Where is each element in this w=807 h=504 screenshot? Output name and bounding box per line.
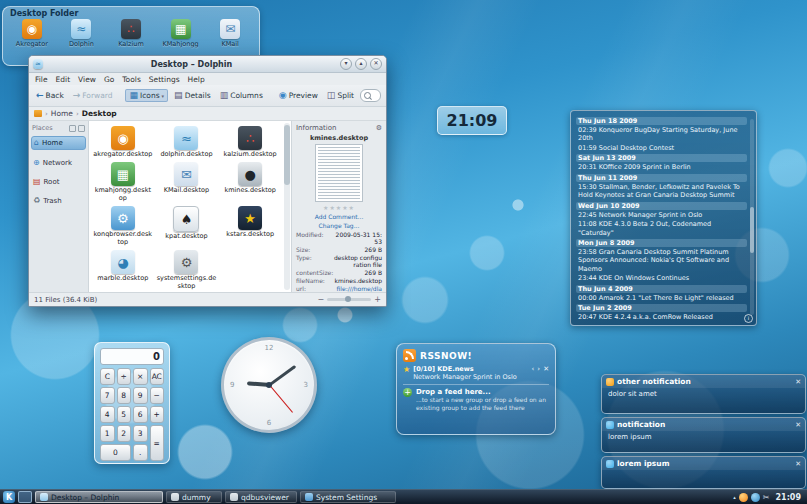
task-button-dummy[interactable]: dummy xyxy=(166,491,222,503)
change-tag-link[interactable]: Change Tag... xyxy=(296,222,382,229)
places-item-home[interactable]: ⌂ Home xyxy=(31,136,86,150)
panel-clock[interactable]: 21:09 xyxy=(776,493,801,502)
panel-button-icon[interactable] xyxy=(78,125,85,132)
menu-help[interactable]: Help xyxy=(188,75,205,84)
details-view-button[interactable]: ▤ Details xyxy=(171,90,214,101)
zoom-slider-thumb[interactable] xyxy=(345,296,351,302)
preview-button[interactable]: ◉ Preview xyxy=(276,90,321,101)
network-tray-icon[interactable] xyxy=(751,493,760,502)
news-item[interactable]: 00:00 Amarok 2.1 "Let There Be Light" re… xyxy=(576,294,747,302)
desktop-icon-kmail[interactable]: ✉ KMail xyxy=(207,19,253,48)
split-button[interactable]: ◫ Split xyxy=(324,90,357,101)
menu-view[interactable]: View xyxy=(78,75,96,84)
calc-key-equals[interactable]: = xyxy=(150,425,165,461)
calc-key-0[interactable]: 0 xyxy=(100,444,131,461)
gear-icon[interactable]: ⚙ xyxy=(376,124,382,132)
calc-key-9[interactable]: 9 xyxy=(133,387,148,404)
file-item[interactable]: ⚙ konqbrowser.desktop xyxy=(91,203,155,246)
file-item[interactable]: ≈ dolphin.desktop xyxy=(155,123,219,158)
menu-tools[interactable]: Tools xyxy=(122,75,140,84)
news-scrollbar[interactable] xyxy=(750,119,754,315)
news-item[interactable]: 01:59 Social Desktop Contest xyxy=(576,144,747,152)
panel-button-icon[interactable] xyxy=(69,125,76,132)
back-button[interactable]: ← Back xyxy=(33,90,67,101)
close-icon[interactable]: ✕ xyxy=(795,378,801,386)
news-item[interactable]: 23:44 KDE On Windows Continues xyxy=(576,274,747,282)
scrollbar-thumb[interactable] xyxy=(284,125,290,185)
close-icon[interactable]: ✕ xyxy=(543,365,549,373)
desktop-icon-kmahjongg[interactable]: ▦ KMahjongg xyxy=(158,19,204,48)
update-notifier-icon[interactable] xyxy=(739,493,748,502)
desktop-icon-akregator[interactable]: ◉ Akregator xyxy=(9,19,55,48)
info-icon[interactable]: i xyxy=(744,314,753,323)
next-icon[interactable]: › xyxy=(537,365,540,373)
file-item[interactable]: ♠ kpat.desktop xyxy=(155,203,219,246)
find-icon[interactable] xyxy=(386,89,387,102)
calc-key-divide[interactable]: ÷ xyxy=(117,368,132,385)
calc-key-7[interactable]: 7 xyxy=(100,387,115,404)
feed-headline[interactable]: Network Manager Sprint in Oslo xyxy=(413,373,528,381)
calc-key-multiply[interactable]: × xyxy=(133,368,148,385)
menu-settings[interactable]: Settings xyxy=(149,75,180,84)
file-item[interactable]: ✉ KMail.desktop xyxy=(155,159,219,202)
breadcrumb-home[interactable]: Home xyxy=(51,109,73,118)
file-item[interactable]: ★ kstars.desktop xyxy=(218,203,282,246)
task-button-dolphin[interactable]: Desktop – Dolphin xyxy=(35,491,163,503)
desktop-icon-dolphin[interactable]: ≈ Dolphin xyxy=(58,19,104,48)
breadcrumb-current[interactable]: Desktop xyxy=(82,109,117,118)
calc-key-6[interactable]: 6 xyxy=(133,406,148,423)
kickoff-launcher-button[interactable]: K xyxy=(3,491,15,503)
star-icon[interactable]: ★ xyxy=(403,365,410,374)
columns-view-button[interactable]: ▥ Columns xyxy=(217,90,266,101)
close-button[interactable]: ✕ xyxy=(370,58,382,70)
calc-key-4[interactable]: 4 xyxy=(100,406,115,423)
file-item[interactable]: ◕ marble.desktop xyxy=(91,247,155,290)
menu-go[interactable]: Go xyxy=(104,75,114,84)
maximize-button[interactable]: ▴ xyxy=(355,58,367,70)
task-button-systemsettings[interactable]: System Settings xyxy=(300,491,396,503)
news-item[interactable]: 11:08 KDE 4.3.0 Beta 2 Out, Codenamed "C… xyxy=(576,220,747,237)
window-titlebar[interactable]: ≈ Desktop – Dolphin ▾ ▴ ✕ xyxy=(29,56,386,73)
calc-key-minus[interactable]: − xyxy=(150,387,165,404)
calc-key-allclear[interactable]: AC xyxy=(150,368,165,385)
icons-view-button[interactable]: ▦ Icons ▾ xyxy=(125,89,168,102)
news-item[interactable]: 22:45 Network Manager Sprint in Oslo xyxy=(576,211,747,219)
scrollbar-thumb[interactable] xyxy=(750,207,754,253)
search-input[interactable] xyxy=(373,91,377,101)
file-item[interactable]: ▦ kmahjongg.desktop xyxy=(91,159,155,202)
zoom-out-icon[interactable]: − xyxy=(318,295,325,304)
drop-feed-area[interactable]: + Drop a feed here... ...to start a new … xyxy=(403,388,549,411)
close-icon[interactable]: ✕ xyxy=(795,421,801,429)
task-button-qdbusviewer[interactable]: qdbusviewer xyxy=(225,491,297,503)
calc-key-3[interactable]: 3 xyxy=(133,425,148,442)
calc-key-1[interactable]: 1 xyxy=(100,425,115,442)
tray-expander-icon[interactable]: ▴ xyxy=(733,494,736,500)
minimize-button[interactable]: ▾ xyxy=(340,58,352,70)
desktop-icon-kalzium[interactable]: ∴ Kalzium xyxy=(108,19,154,48)
file-item[interactable]: ◉ akregator.desktop xyxy=(91,123,155,158)
news-item[interactable]: 20:47 KDE 4.2.4 a.k.a. ComRow Released xyxy=(576,313,747,321)
file-item[interactable]: ∴ kalzium.desktop xyxy=(218,123,282,158)
places-item-root[interactable]: ▤ Root xyxy=(31,176,86,188)
calc-key-8[interactable]: 8 xyxy=(117,387,132,404)
pager-icon[interactable] xyxy=(18,491,32,503)
add-comment-link[interactable]: Add Comment... xyxy=(296,213,382,220)
calc-key-clear[interactable]: C xyxy=(100,368,115,385)
news-item[interactable]: 15:30 Stallman, Bender, Lefkowitz and Pa… xyxy=(576,183,747,200)
zoom-slider[interactable] xyxy=(327,298,371,301)
klipper-icon[interactable]: ✂ xyxy=(763,493,770,502)
close-icon[interactable]: ✕ xyxy=(795,460,801,468)
forward-button[interactable]: → Forward xyxy=(70,90,116,101)
vertical-scrollbar[interactable] xyxy=(284,123,290,290)
calc-key-2[interactable]: 2 xyxy=(117,425,132,442)
file-item[interactable]: ⚙ systemsettings.desktop xyxy=(155,247,219,290)
menu-file[interactable]: File xyxy=(35,75,48,84)
calc-key-plus[interactable]: + xyxy=(150,406,165,423)
news-item[interactable]: 23:58 Gran Canaria Desktop Summit Platin… xyxy=(576,248,747,273)
menu-edit[interactable]: Edit xyxy=(56,75,71,84)
prev-icon[interactable]: ‹ xyxy=(532,365,535,373)
calc-key-decimal[interactable]: . xyxy=(133,444,148,461)
file-item[interactable]: ● kmines.desktop xyxy=(218,159,282,202)
places-item-network[interactable]: ⊕ Network xyxy=(31,157,86,169)
calc-key-5[interactable]: 5 xyxy=(117,406,132,423)
